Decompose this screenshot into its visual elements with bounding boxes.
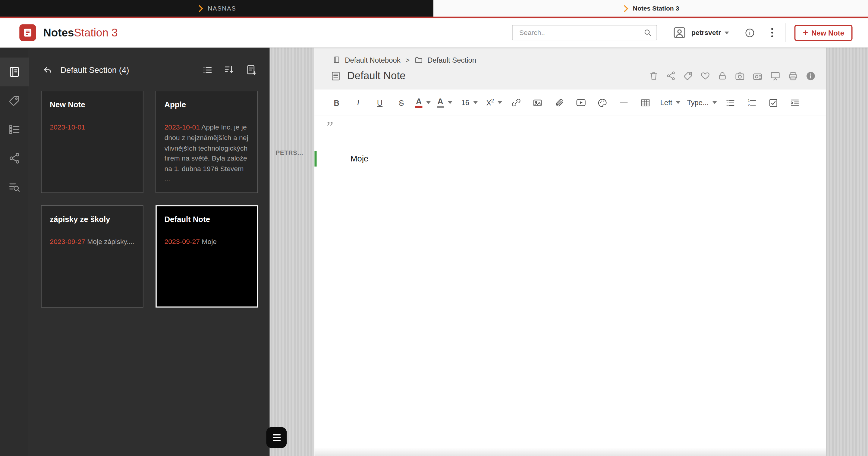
note-card[interactable]: New Note 2023-10-01 <box>41 91 144 193</box>
notebooks-icon <box>8 66 21 78</box>
selection-indicator <box>314 151 316 166</box>
share-icon[interactable] <box>666 71 676 81</box>
breadcrumb-notebook[interactable]: Default Notebook <box>345 56 401 64</box>
nav-todo-button[interactable] <box>0 115 29 144</box>
note-card-selected[interactable]: Default Note 2023-09-27 Moje <box>156 205 258 307</box>
note-card-title: New Note <box>50 100 134 109</box>
note-card-date: 2023-10-01 <box>50 124 85 131</box>
app-header: NotesStation 3 petrsvetr <box>0 19 868 47</box>
heart-icon[interactable] <box>700 71 710 81</box>
panel-toggle-handle[interactable] <box>266 427 287 448</box>
snapshot-icon[interactable] <box>735 70 745 81</box>
italic-button[interactable]: I <box>350 94 367 111</box>
note-title: Default Note <box>347 70 406 82</box>
note-card-meta: 2023-09-27 Moje <box>164 237 249 247</box>
highlight-color-button[interactable]: A <box>436 94 453 111</box>
print-icon[interactable] <box>788 70 798 81</box>
note-editor: Default Notebook > Default Section Defau… <box>314 47 826 456</box>
info-button[interactable] <box>745 27 755 38</box>
note-card-date: 2023-09-27 <box>50 238 85 246</box>
strikethrough-button[interactable]: S <box>393 94 410 111</box>
notebook-icon <box>333 56 341 64</box>
indent-button[interactable] <box>786 94 803 111</box>
note-card-meta: 2023-10-01 <box>50 122 134 133</box>
youtube-button[interactable] <box>572 94 589 111</box>
search-icon[interactable] <box>643 28 652 37</box>
bold-button[interactable]: B <box>328 94 345 111</box>
lock-icon[interactable] <box>717 71 727 81</box>
note-icon <box>331 70 341 81</box>
font-color-button[interactable]: A <box>415 94 431 111</box>
left-nav-rail <box>0 47 29 456</box>
nav-tags-button[interactable] <box>0 87 29 116</box>
todo-icon <box>8 124 21 135</box>
horizontal-rule-button[interactable] <box>615 94 632 111</box>
tag-icon[interactable] <box>683 71 693 81</box>
notes-station-logo[interactable] <box>19 24 36 41</box>
header-divider <box>785 23 786 42</box>
editor-header: Default Notebook > Default Section Defau… <box>314 47 826 90</box>
back-arrow-icon[interactable] <box>42 64 53 75</box>
sort-icon[interactable] <box>224 64 235 75</box>
browser-tab-notes-station-3[interactable]: Notes Station 3 <box>433 0 868 17</box>
new-note-button[interactable]: + New Note <box>795 25 852 41</box>
delete-icon[interactable] <box>649 71 659 81</box>
nav-smart-search-button[interactable] <box>0 172 29 201</box>
search-input[interactable] <box>518 28 643 37</box>
note-card-preview: Moje <box>202 238 217 246</box>
username: petrsvetr <box>691 29 721 37</box>
browser-tabbar: NASNAS Notes Station 3 <box>0 0 868 17</box>
app-title-bold: Notes <box>43 26 74 38</box>
note-action-bar <box>649 70 816 81</box>
numbered-list-button[interactable]: 1 2 <box>744 94 760 111</box>
user-menu[interactable]: petrsvetr <box>673 26 729 39</box>
panel-toolbar <box>202 64 257 75</box>
note-card[interactable]: Apple 2023-10-01 Apple Inc. je jednou z … <box>156 91 258 193</box>
tab-label: NASNAS <box>208 5 236 12</box>
camera-settings-icon[interactable] <box>752 70 763 81</box>
panel-divider: PETRS... <box>270 47 314 456</box>
chevron-down-icon <box>676 101 681 104</box>
new-note-label: New Note <box>811 29 844 37</box>
chevron-down-icon <box>447 101 452 104</box>
app-window: NASNAS Notes Station 3 NotesStation 3 <box>0 0 868 456</box>
paragraph-type-dropdown[interactable]: Type... <box>687 94 717 111</box>
bullet-list-button[interactable] <box>722 94 738 111</box>
breadcrumb-section[interactable]: Default Section <box>427 56 476 64</box>
breadcrumb-separator: > <box>405 56 410 64</box>
attachment-button[interactable] <box>551 94 567 111</box>
underline-button[interactable]: U <box>371 94 388 111</box>
checklist-button[interactable] <box>765 94 781 111</box>
add-note-icon[interactable] <box>246 64 258 75</box>
presentation-icon[interactable] <box>770 70 781 81</box>
tags-icon <box>8 95 21 107</box>
font-size-dropdown[interactable]: 16 <box>458 94 481 111</box>
blockquote-icon[interactable]: ” <box>327 120 333 135</box>
browser-tab-nasnas[interactable]: NASNAS <box>0 0 433 17</box>
list-view-icon[interactable] <box>202 64 213 75</box>
link-button[interactable] <box>507 94 524 111</box>
nav-notebooks-button[interactable] <box>0 58 29 87</box>
palette-button[interactable] <box>594 94 611 111</box>
note-content[interactable]: Moje <box>350 154 369 163</box>
insert-table-button[interactable] <box>637 94 654 111</box>
tab-label: Notes Station 3 <box>633 5 679 12</box>
app-title-accent: Station 3 <box>74 26 118 38</box>
info-icon <box>745 27 755 38</box>
info-filled-icon[interactable] <box>805 70 816 81</box>
more-options-button[interactable] <box>771 27 774 38</box>
svg-text:2: 2 <box>748 103 749 107</box>
editor-canvas[interactable]: ” Moje <box>314 116 826 456</box>
chevron-right-icon <box>196 5 203 12</box>
breadcrumb: Default Notebook > Default Section <box>333 54 826 65</box>
shared-icon <box>8 152 21 164</box>
note-card[interactable]: zápisky ze školy 2023-09-27 Moje zápisky… <box>41 205 144 307</box>
insert-image-button[interactable] <box>529 94 546 111</box>
chevron-down-icon <box>473 101 478 104</box>
superscript-dropdown[interactable]: X2 <box>486 94 503 111</box>
align-dropdown[interactable]: Left <box>659 94 682 111</box>
collapsed-panel-label[interactable]: PETRS... <box>276 150 304 156</box>
nav-shared-button[interactable] <box>0 144 29 173</box>
search-box[interactable] <box>512 25 657 40</box>
chevron-down-icon <box>725 31 730 34</box>
